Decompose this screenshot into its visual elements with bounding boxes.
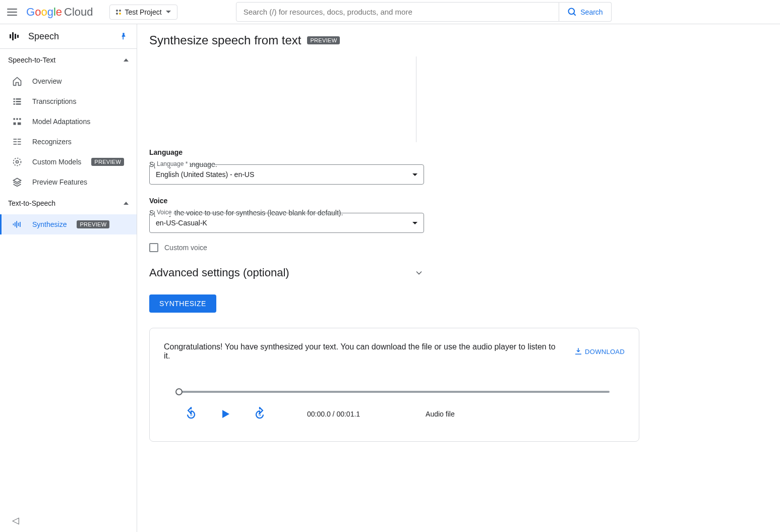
svg-rect-19 [14, 141, 17, 142]
chevron-up-icon [124, 202, 129, 205]
synthesize-icon [12, 219, 22, 229]
sidebar-item-model-adaptations[interactable]: Model Adaptations [0, 111, 137, 132]
audio-seek-slider[interactable] [179, 391, 610, 393]
caret-down-icon [166, 11, 171, 13]
custom-voice-label: Custom voice [164, 244, 207, 252]
search-input[interactable] [236, 2, 560, 22]
svg-rect-5 [17, 35, 19, 38]
content-header: Synthesize speech from text PREVIEW [137, 24, 780, 56]
svg-text:5: 5 [190, 412, 192, 417]
result-card: Congratulations! You have synthesized yo… [149, 328, 639, 442]
player-controls: 5 5 00:00.0 / 00:01.1 Audio file [184, 407, 610, 421]
svg-line-1 [574, 13, 576, 15]
voice-value: en-US-Casual-K [156, 219, 207, 227]
download-icon [574, 347, 583, 356]
pin-icon[interactable] [118, 31, 129, 41]
sidebar: Speech Speech-to-Text Overview Transcrip… [0, 24, 137, 532]
download-button[interactable]: DOWNLOAD [574, 347, 625, 356]
svg-rect-2 [10, 34, 11, 38]
chevron-up-icon [124, 58, 129, 62]
voice-section-label: Voice [149, 197, 639, 205]
language-section-label: Language [149, 148, 639, 156]
custom-voice-row[interactable]: Custom voice [149, 243, 639, 252]
recognizers-icon [12, 137, 22, 147]
forward-5-icon[interactable]: 5 [253, 407, 267, 421]
svg-point-0 [569, 8, 575, 14]
synthesize-button[interactable]: SYNTHESIZE [149, 294, 216, 313]
svg-rect-21 [14, 144, 17, 145]
svg-point-24 [14, 158, 21, 166]
sidebar-group-stt[interactable]: Speech-to-Text [0, 49, 137, 71]
svg-rect-13 [16, 118, 18, 120]
svg-rect-17 [14, 139, 17, 140]
svg-rect-7 [16, 98, 21, 100]
sidebar-header: Speech [0, 24, 137, 49]
svg-rect-27 [16, 221, 17, 227]
sidebar-item-synthesize[interactable]: Synthesize PREVIEW [0, 214, 137, 234]
main-content: Synthesize speech from text PREVIEW Lang… [137, 24, 780, 532]
caret-down-icon [412, 222, 417, 224]
voice-field-legend: Voice [155, 209, 173, 216]
custom-voice-checkbox[interactable] [149, 243, 158, 252]
language-select[interactable]: Language * English (United States) - en-… [149, 164, 424, 185]
svg-rect-11 [16, 103, 21, 105]
svg-marker-31 [222, 410, 229, 418]
sidebar-item-preview-features[interactable]: Preview Features [0, 172, 137, 192]
svg-rect-28 [18, 223, 19, 226]
search-container: Search [236, 2, 612, 22]
sidebar-group-tts[interactable]: Text-to-Speech [0, 192, 137, 214]
sidebar-item-overview[interactable]: Overview [0, 71, 137, 91]
svg-text:5: 5 [258, 412, 261, 417]
list-icon [12, 96, 22, 106]
preview-badge: PREVIEW [91, 158, 124, 166]
google-cloud-logo[interactable]: Google Cloud [26, 6, 93, 19]
preview-badge: PREVIEW [307, 36, 340, 44]
slider-thumb[interactable] [175, 388, 183, 395]
svg-rect-25 [13, 223, 14, 225]
svg-rect-16 [18, 123, 21, 125]
hamburger-menu-icon[interactable] [6, 6, 18, 18]
svg-rect-22 [18, 144, 21, 145]
caret-down-icon [412, 173, 417, 176]
svg-point-23 [16, 161, 19, 163]
svg-rect-26 [15, 222, 16, 226]
sidebar-item-transcriptions[interactable]: Transcriptions [0, 91, 137, 111]
layers-icon [12, 177, 22, 187]
audio-time: 00:00.0 / 00:01.1 [307, 410, 360, 418]
language-field-legend: Language * [155, 160, 190, 167]
home-icon [12, 76, 22, 86]
page-title: Synthesize speech from text [149, 33, 301, 47]
project-name: Test Project [125, 8, 162, 16]
project-selector[interactable]: Test Project [109, 5, 177, 20]
svg-rect-4 [15, 34, 16, 39]
result-message: Congratulations! You have synthesized yo… [164, 342, 564, 361]
svg-rect-9 [16, 101, 21, 102]
speech-product-icon [8, 30, 20, 42]
top-header: Google Cloud Test Project Search [0, 0, 780, 24]
adaptation-icon [12, 116, 22, 127]
collapse-sidebar-button[interactable]: ◁ [12, 515, 19, 526]
preview-badge: PREVIEW [77, 220, 109, 228]
project-dots-icon [116, 10, 121, 15]
sidebar-title: Speech [28, 31, 110, 42]
svg-rect-29 [20, 222, 21, 227]
svg-rect-8 [14, 101, 15, 102]
top-panel-divider [149, 56, 416, 142]
chevron-down-icon [414, 268, 424, 278]
sidebar-item-custom-models[interactable]: Custom Models PREVIEW [0, 152, 137, 172]
svg-rect-3 [12, 32, 14, 40]
search-icon [567, 7, 577, 17]
svg-rect-10 [14, 103, 15, 105]
audio-file-label: Audio file [426, 410, 455, 418]
voice-select[interactable]: Voice en-US-Casual-K [149, 213, 424, 233]
rewind-5-icon[interactable]: 5 [184, 407, 198, 421]
custom-models-icon [12, 157, 22, 167]
svg-rect-18 [18, 139, 21, 140]
play-icon[interactable] [218, 407, 232, 421]
advanced-settings-toggle[interactable]: Advanced settings (optional) [149, 266, 424, 279]
sidebar-item-recognizers[interactable]: Recognizers [0, 132, 137, 152]
svg-rect-15 [14, 123, 16, 125]
search-button[interactable]: Search [559, 2, 611, 22]
svg-rect-20 [18, 141, 21, 142]
svg-rect-6 [14, 98, 15, 100]
